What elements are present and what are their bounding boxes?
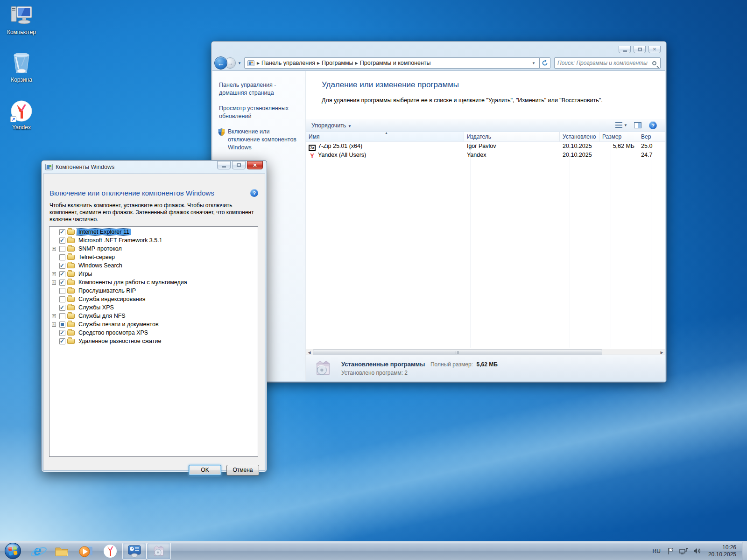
volume-icon[interactable] [693, 547, 701, 554]
show-desktop-button[interactable] [742, 542, 747, 560]
feature-row[interactable]: + Службы для NFS [49, 312, 258, 320]
refresh-button[interactable] [539, 57, 550, 69]
back-button[interactable]: ← [214, 56, 227, 70]
ok-button[interactable]: OK [189, 465, 221, 476]
dialog-description: Чтобы включить компонент, установите его… [49, 202, 261, 223]
sidebar-item-control-panel-home[interactable]: Панель управления - домашняя страница [219, 81, 302, 97]
feature-checkbox[interactable] [59, 330, 65, 336]
feature-row[interactable]: + Internet Explorer 11 [49, 228, 258, 236]
help-button[interactable]: ? [250, 189, 258, 197]
scrollbar-grip-icon [456, 351, 459, 354]
expander-plus-icon[interactable]: + [52, 247, 56, 251]
status-count: Установлено программ: 2 [341, 370, 498, 376]
desktop-icon-computer[interactable]: Компьютер [0, 3, 43, 35]
feature-checkbox[interactable] [59, 229, 65, 235]
feature-row[interactable]: + Служба индексирования [49, 295, 258, 303]
recent-pages-chevron-icon[interactable]: ▼ [238, 61, 241, 65]
feature-row[interactable]: + Telnet-сервер [49, 253, 258, 261]
expander-plus-icon[interactable]: + [52, 280, 56, 285]
address-dropdown-icon[interactable]: ▼ [530, 61, 537, 65]
column-header-name[interactable]: Имя▲ [306, 132, 464, 141]
search-icon[interactable] [652, 61, 656, 65]
preview-pane-button[interactable] [634, 122, 641, 128]
breadcrumb-programs-and-features[interactable]: Программы и компоненты [358, 60, 433, 66]
column-header-version[interactable]: Вер [638, 132, 665, 141]
status-size-value: 5,62 МБ [477, 361, 498, 368]
feature-checkbox[interactable] [59, 263, 65, 269]
feature-checkbox[interactable] [59, 296, 65, 302]
command-bar: Упорядочить ▼ ▼ ? [306, 119, 665, 132]
start-button[interactable] [4, 542, 21, 560]
expander-plus-icon[interactable]: + [52, 314, 56, 318]
close-button[interactable]: ✕ [247, 161, 263, 169]
column-gridlines [306, 142, 665, 348]
feature-row[interactable]: + Удаленное разностное сжатие [49, 337, 258, 345]
dialog-title: Компоненты Windows [56, 164, 114, 170]
feature-row[interactable]: + Средство просмотра XPS [49, 329, 258, 337]
column-header-publisher[interactable]: Издатель [464, 132, 560, 141]
feature-row[interactable]: + SNMP-протокол [49, 245, 258, 253]
language-indicator[interactable]: RU [653, 548, 661, 554]
desktop-icon-yandex[interactable]: ↗ Yandex [0, 98, 43, 131]
taskbar-media-player[interactable] [74, 543, 98, 560]
column-headers: Имя▲ Издатель Установлено Размер Вер [306, 132, 665, 142]
taskbar-windows-explorer[interactable] [49, 543, 74, 560]
feature-row[interactable]: + Microsoft .NET Framework 3.5.1 [49, 236, 258, 245]
taskbar: e [0, 541, 747, 560]
help-button[interactable]: ? [649, 121, 657, 129]
cancel-button[interactable]: Отмена [226, 465, 259, 476]
sidebar-item-installed-updates[interactable]: Просмотр установленных обновлений [219, 105, 302, 120]
minimize-button[interactable] [217, 161, 231, 169]
window-body: Панель управления - домашняя страница Пр… [212, 70, 665, 381]
expander-plus-icon[interactable]: + [52, 322, 56, 327]
change-view-button[interactable]: ▼ [615, 122, 627, 128]
maximize-button[interactable] [232, 161, 246, 169]
action-center-flag-icon[interactable] [667, 547, 674, 555]
organize-button[interactable]: Упорядочить ▼ [311, 122, 352, 129]
feature-row[interactable]: + Службы печати и документов [49, 320, 258, 329]
feature-row[interactable]: + Прослушиватель RIP [49, 287, 258, 295]
list-view-icon [615, 122, 622, 128]
taskbar-yandex-browser[interactable] [98, 543, 122, 560]
close-button[interactable]: ✕ [648, 46, 661, 53]
control-panel-icon [127, 544, 141, 558]
details-pane: Установленные программы Полный размер: 5… [306, 355, 665, 381]
feature-row[interactable]: + Игры [49, 270, 258, 278]
feature-checkbox[interactable] [59, 288, 65, 294]
system-tray: RU 10:26 20.10.2025 [653, 542, 747, 560]
feature-row[interactable]: + Компоненты для работы с мультимедиа [49, 278, 258, 287]
desktop-icon-label: Yandex [0, 124, 43, 131]
taskbar-internet-explorer[interactable]: e [25, 543, 49, 560]
minimize-button[interactable] [619, 46, 631, 53]
installed-programs-icon [313, 358, 333, 378]
feature-checkbox[interactable] [59, 238, 65, 244]
breadcrumb-programs[interactable]: Программы [320, 60, 355, 66]
taskbar-windows-installer[interactable] [147, 543, 171, 560]
feature-checkbox[interactable] [59, 338, 65, 344]
breadcrumb-control-panel[interactable]: Панель управления [260, 60, 317, 66]
expander-plus-icon[interactable]: + [52, 272, 56, 276]
column-header-size[interactable]: Размер [599, 132, 638, 141]
network-icon[interactable] [679, 547, 688, 554]
taskbar-control-panel[interactable] [122, 543, 147, 560]
feature-checkbox[interactable] [59, 246, 65, 252]
features-list[interactable]: + Internet Explorer 11 + Microsoft .NET … [49, 226, 258, 457]
feature-checkbox[interactable] [59, 322, 65, 328]
column-header-installed[interactable]: Установлено [560, 132, 599, 141]
table-row[interactable]: YYandex (All Users) Yandex 20.10.2025 24… [306, 151, 665, 160]
feature-checkbox[interactable] [59, 271, 65, 277]
sidebar-item-windows-features[interactable]: Включение или отключение компонентов Win… [219, 128, 302, 152]
clock[interactable]: 10:26 20.10.2025 [708, 544, 736, 558]
desktop-icon-recycle-bin[interactable]: Корзина [0, 50, 43, 83]
feature-checkbox[interactable] [59, 280, 65, 286]
folder-icon [67, 297, 75, 302]
feature-checkbox[interactable] [59, 305, 65, 311]
address-bar[interactable]: ▶ Панель управления ▶ Программы ▶ Програ… [244, 57, 540, 69]
feature-row[interactable]: + Windows Search [49, 261, 258, 270]
maximize-button[interactable] [634, 46, 646, 53]
feature-row[interactable]: + Службы XPS [49, 303, 258, 312]
table-row[interactable]: 7z7-Zip 25.01 (x64) Igor Pavlov 20.10.20… [306, 142, 665, 151]
search-input[interactable]: Поиск: Программы и компоненты [554, 57, 661, 69]
feature-checkbox[interactable] [59, 254, 65, 260]
feature-checkbox[interactable] [59, 313, 65, 319]
